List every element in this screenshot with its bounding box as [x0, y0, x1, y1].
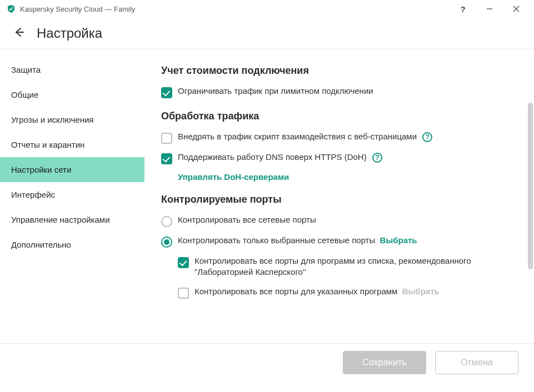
label-all-ports: Контролировать все сетевые порты [178, 214, 316, 225]
minimize-button[interactable] [478, 0, 501, 18]
sidebar: Защита Общие Угрозы и исключения Отчеты … [0, 49, 144, 337]
link-manage-doh[interactable]: Управлять DoH-серверами [161, 172, 517, 182]
sidebar-item-manage-settings[interactable]: Управление настройками [0, 207, 144, 232]
help-icon-inject-script[interactable]: ? [422, 132, 432, 142]
close-button[interactable] [505, 0, 527, 18]
checkbox-inject-script[interactable] [161, 133, 172, 144]
link-select-programs: Выбрать [402, 287, 440, 296]
sidebar-item-general[interactable]: Общие [0, 82, 144, 107]
scrollbar-thumb[interactable] [528, 103, 533, 269]
checkbox-specified-programs[interactable] [178, 288, 189, 299]
checkbox-limit-traffic[interactable] [161, 87, 172, 98]
label-specified-programs: Контролировать все порты для указанных п… [194, 286, 440, 297]
section-traffic: Обработка трафика Внедрять в трафик скри… [161, 110, 517, 182]
sidebar-item-reports[interactable]: Отчеты и карантин [0, 132, 144, 157]
page-header: Настройка [0, 18, 534, 49]
save-button[interactable]: Сохранить [343, 351, 426, 374]
section-title-ports: Контролируемые порты [161, 194, 517, 205]
help-icon-dns-doh[interactable]: ? [372, 153, 382, 163]
content-area: Учет стоимости подключения Ограничивать … [144, 49, 534, 337]
sidebar-item-additional[interactable]: Дополнительно [0, 232, 144, 257]
back-arrow-icon[interactable] [13, 27, 24, 40]
section-title-traffic: Обработка трафика [161, 110, 517, 122]
section-metering: Учет стоимости подключения Ограничивать … [161, 65, 517, 98]
section-title-metering: Учет стоимости подключения [161, 65, 517, 77]
footer: Сохранить Отмена [0, 343, 534, 381]
help-button[interactable]: ? [452, 0, 474, 18]
app-shield-icon [7, 4, 16, 13]
page-title: Настройка [37, 26, 102, 41]
link-select-ports[interactable]: Выбрать [380, 235, 417, 245]
checkbox-dns-doh[interactable] [161, 153, 172, 164]
label-dns-doh: Поддерживать работу DNS поверх HTTPS (Do… [178, 152, 382, 163]
radio-all-ports[interactable] [161, 216, 172, 227]
sidebar-item-interface[interactable]: Интерфейс [0, 182, 144, 207]
label-inject-script: Внедрять в трафик скрипт взаимодействия … [178, 131, 432, 142]
label-limit-traffic: Ограничивать трафик при лимитном подключ… [178, 86, 373, 97]
sidebar-item-protection[interactable]: Защита [0, 57, 144, 82]
app-title: Kaspersky Security Cloud — Family [20, 5, 135, 13]
label-kaspersky-list: Контролировать все порты для программ из… [194, 255, 517, 278]
section-ports: Контролируемые порты Контролировать все … [161, 194, 517, 299]
checkbox-kaspersky-list[interactable] [178, 257, 189, 268]
cancel-button[interactable]: Отмена [435, 351, 518, 374]
label-selected-ports: Контролировать только выбранные сетевые … [178, 235, 417, 246]
sidebar-item-network[interactable]: Настройки сети [0, 157, 144, 182]
titlebar: Kaspersky Security Cloud — Family ? [0, 0, 534, 18]
radio-selected-ports[interactable] [161, 237, 172, 248]
sidebar-item-threats[interactable]: Угрозы и исключения [0, 107, 144, 132]
